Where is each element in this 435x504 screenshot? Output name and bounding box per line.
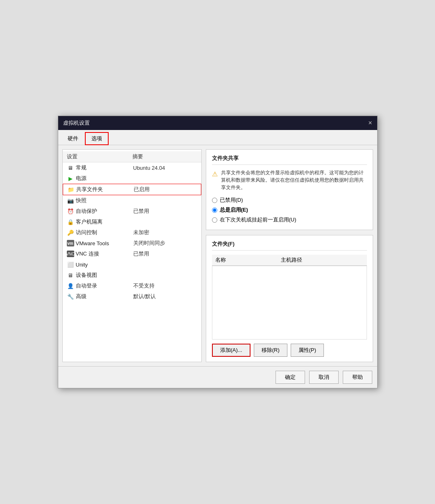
advanced-value: 默认/默认 — [133, 293, 156, 300]
folders-title: 文件夹(F) — [212, 240, 367, 251]
warning-icon: ⚠ — [212, 169, 218, 191]
power-icon: ▶ — [67, 175, 74, 182]
col-summary: 摘要 — [132, 153, 143, 160]
autologin-label: 自动登录 — [76, 282, 129, 290]
shared-folder-value: 已启用 — [134, 186, 150, 193]
right-panel: 文件夹共享 ⚠ 共享文件夹会将您的文件显示给虚拟机中的程序。这可能为您的计算机和… — [206, 149, 373, 362]
settings-item-advanced[interactable]: 🔧 高级 默认/默认 — [63, 291, 201, 302]
access-label: 访问控制 — [76, 229, 129, 236]
tab-bar: 硬件 选项 — [58, 130, 377, 145]
main-content: 设置 摘要 🖥 常规 Ubuntu 24.04 ▶ 电源 📁 共享文件夹 已启用 — [58, 145, 377, 366]
autoprotect-label: 自动保护 — [76, 208, 129, 215]
general-value: Ubuntu 24.04 — [133, 165, 165, 171]
radio-always-label: 总是启用(E) — [220, 206, 248, 214]
snapshot-label: 快照 — [76, 197, 129, 204]
help-button[interactable]: 帮助 — [343, 371, 372, 384]
folder-shared-icon: 📁 — [67, 186, 75, 193]
autologin-value: 不受支持 — [133, 282, 155, 290]
radio-always-input[interactable] — [212, 208, 217, 213]
key-icon: 🔑 — [67, 229, 74, 236]
settings-item-access[interactable]: 🔑 访问控制 未加密 — [63, 227, 201, 238]
unity-icon: ⬜ — [67, 261, 74, 268]
device-view-label: 设备视图 — [76, 271, 129, 279]
file-sharing-title: 文件夹共享 — [212, 155, 367, 165]
radio-disabled-label: 已禁用(D) — [220, 196, 243, 204]
warning-text: 共享文件夹会将您的文件显示给虚拟机中的程序。这可能为您的计算机和数据带来风险。请… — [221, 169, 367, 191]
isolation-label: 客户机隔离 — [76, 218, 129, 226]
autoprotect-value: 已禁用 — [133, 208, 149, 215]
advanced-label: 高级 — [76, 293, 129, 300]
warning-row: ⚠ 共享文件夹会将您的文件显示给虚拟机中的程序。这可能为您的计算机和数据带来风险… — [212, 169, 367, 191]
radio-always[interactable]: 总是启用(E) — [212, 205, 367, 215]
file-sharing-section: 文件夹共享 ⚠ 共享文件夹会将您的文件显示给虚拟机中的程序。这可能为您的计算机和… — [206, 149, 373, 230]
vnc-label: VNC 连接 — [76, 250, 129, 258]
properties-folder-button[interactable]: 属性(P) — [291, 344, 324, 357]
snapshot-icon: 📷 — [67, 197, 74, 204]
settings-item-autoprotect[interactable]: ⏰ 自动保护 已禁用 — [63, 206, 201, 217]
close-button[interactable]: × — [368, 120, 372, 126]
remove-folder-button[interactable]: 移除(R) — [254, 344, 287, 357]
settings-item-vnc[interactable]: VNC VNC 连接 已禁用 — [63, 249, 201, 259]
settings-item-isolation[interactable]: 🔒 客户机隔离 — [63, 217, 201, 227]
tab-hardware[interactable]: 硬件 — [61, 132, 84, 145]
settings-list: 设置 摘要 🖥 常规 Ubuntu 24.04 ▶ 电源 📁 共享文件夹 已启用 — [62, 149, 202, 362]
settings-item-shared-folder[interactable]: 📁 共享文件夹 已启用 — [63, 184, 201, 195]
settings-item-device-view[interactable]: 🖥 设备视图 — [63, 270, 201, 281]
settings-item-autologin[interactable]: 👤 自动登录 不受支持 — [63, 281, 201, 291]
unity-label: Unity — [76, 262, 129, 268]
dialog-footer: 确定 取消 帮助 — [58, 366, 377, 388]
cancel-button[interactable]: 取消 — [309, 371, 339, 384]
folder-table-header: 名称 主机路径 — [212, 255, 367, 266]
vmtools-label: VMware Tools — [76, 240, 129, 246]
folder-table-body — [212, 266, 367, 340]
dialog-title: 虚拟机设置 — [63, 119, 90, 127]
settings-item-snapshot[interactable]: 📷 快照 — [63, 195, 201, 206]
radio-until-poweroff-label: 在下次关机或挂起前一直启用(U) — [220, 216, 296, 223]
tab-options[interactable]: 选项 — [85, 132, 108, 145]
vnc-value: 已禁用 — [133, 250, 149, 258]
radio-disabled[interactable]: 已禁用(D) — [212, 195, 367, 205]
monitor-icon: 🖥 — [67, 164, 74, 171]
folder-buttons: 添加(A)... 移除(R) 属性(P) — [212, 344, 367, 357]
col-path: 主机路径 — [281, 256, 364, 264]
advanced-icon: 🔧 — [67, 293, 74, 300]
vmtools-value: 关闭时间同步 — [133, 239, 165, 247]
clock-icon: ⏰ — [67, 208, 74, 214]
device-view-icon: 🖥 — [67, 272, 74, 278]
col-name: 名称 — [215, 256, 281, 264]
add-folder-button[interactable]: 添加(A)... — [212, 344, 251, 357]
user-icon: 👤 — [67, 283, 74, 289]
radio-disabled-input[interactable] — [212, 198, 217, 203]
settings-item-power[interactable]: ▶ 电源 — [63, 173, 201, 184]
settings-item-unity[interactable]: ⬜ Unity — [63, 259, 201, 270]
shared-folder-label: 共享文件夹 — [76, 186, 130, 193]
folders-section: 文件夹(F) 名称 主机路径 添加(A)... 移除(R) 属性(P) — [206, 235, 373, 362]
ok-button[interactable]: 确定 — [276, 371, 305, 384]
titlebar: 虚拟机设置 × — [58, 116, 377, 130]
vmtools-icon: vm — [67, 240, 74, 246]
general-label: 常规 — [76, 164, 129, 171]
power-label: 电源 — [76, 175, 129, 182]
settings-list-header: 设置 摘要 — [63, 151, 201, 162]
radio-until-poweroff-input[interactable] — [212, 217, 217, 223]
col-setting: 设置 — [67, 153, 132, 160]
lock-icon: 🔒 — [67, 219, 74, 225]
access-value: 未加密 — [133, 229, 149, 236]
settings-item-vmtools[interactable]: vm VMware Tools 关闭时间同步 — [63, 238, 201, 249]
vnc-icon: VNC — [67, 251, 74, 257]
virtual-machine-settings-dialog: 虚拟机设置 × 硬件 选项 设置 摘要 🖥 常规 Ubuntu 24.04 ▶ … — [58, 116, 378, 388]
radio-until-poweroff[interactable]: 在下次关机或挂起前一直启用(U) — [212, 215, 367, 225]
settings-item-general[interactable]: 🖥 常规 Ubuntu 24.04 — [63, 162, 201, 173]
